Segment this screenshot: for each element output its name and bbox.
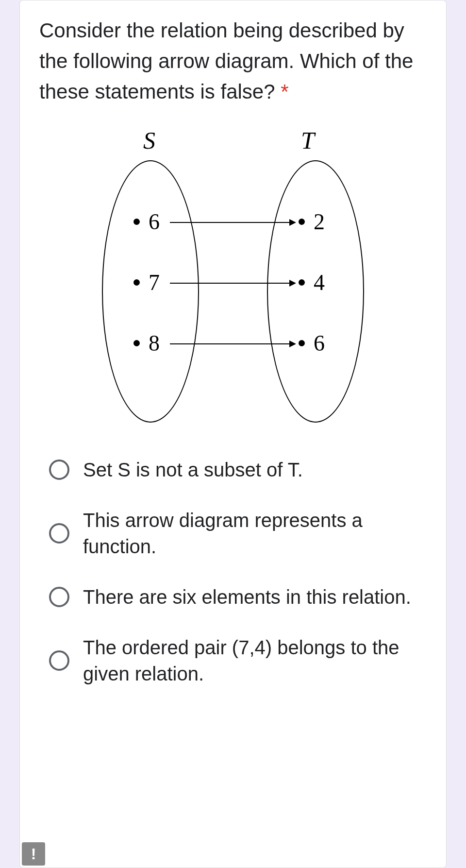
required-asterisk: * xyxy=(281,80,288,103)
t-element-2: 2 xyxy=(299,209,325,235)
arrow-6-2 xyxy=(170,222,295,223)
exclamation-icon: ! xyxy=(31,845,36,863)
option-1[interactable]: Set S is not a subset of T. xyxy=(49,457,427,483)
option-2-text: This arrow diagram represents a function… xyxy=(83,507,427,560)
arrow-8-6 xyxy=(170,343,295,344)
options-list: Set S is not a subset of T. This arrow d… xyxy=(39,457,427,687)
radio-icon[interactable] xyxy=(49,523,69,544)
radio-icon[interactable] xyxy=(49,587,69,607)
s-element-8: 8 xyxy=(133,330,160,356)
arrow-7-4 xyxy=(170,283,295,284)
question-card: Consider the relation being described by… xyxy=(19,0,447,868)
option-2[interactable]: This arrow diagram represents a function… xyxy=(49,507,427,560)
report-problem-button[interactable]: ! xyxy=(22,842,45,866)
arrow-diagram: S T 6 7 8 2 4 xyxy=(97,126,369,427)
dot-icon xyxy=(133,340,140,346)
s-elem-label: 6 xyxy=(149,209,160,235)
s-elem-label: 7 xyxy=(149,270,160,295)
t-elem-label: 4 xyxy=(314,270,325,295)
dot-icon xyxy=(299,219,305,225)
s-element-7: 7 xyxy=(133,270,160,295)
dot-icon xyxy=(133,219,140,225)
option-1-text: Set S is not a subset of T. xyxy=(83,457,303,483)
radio-icon[interactable] xyxy=(49,460,69,480)
option-4-text: The ordered pair (7,4) belongs to the gi… xyxy=(83,634,427,687)
t-element-6: 6 xyxy=(299,330,325,356)
diagram-container: S T 6 7 8 2 4 xyxy=(39,126,427,427)
option-3-text: There are six elements in this relation. xyxy=(83,584,411,610)
set-t-label: T xyxy=(301,126,315,154)
s-element-6: 6 xyxy=(133,209,160,235)
set-s-label: S xyxy=(143,126,155,154)
s-elem-label: 8 xyxy=(149,330,160,356)
question-body: Consider the relation being described by… xyxy=(39,19,413,103)
t-elem-label: 6 xyxy=(314,330,325,356)
t-elem-label: 2 xyxy=(314,209,325,235)
dot-icon xyxy=(133,279,140,286)
t-element-4: 4 xyxy=(299,270,325,295)
option-3[interactable]: There are six elements in this relation. xyxy=(49,584,427,610)
dot-icon xyxy=(299,279,305,286)
question-text: Consider the relation being described by… xyxy=(39,15,427,107)
dot-icon xyxy=(299,340,305,346)
radio-icon[interactable] xyxy=(49,650,69,671)
option-4[interactable]: The ordered pair (7,4) belongs to the gi… xyxy=(49,634,427,687)
